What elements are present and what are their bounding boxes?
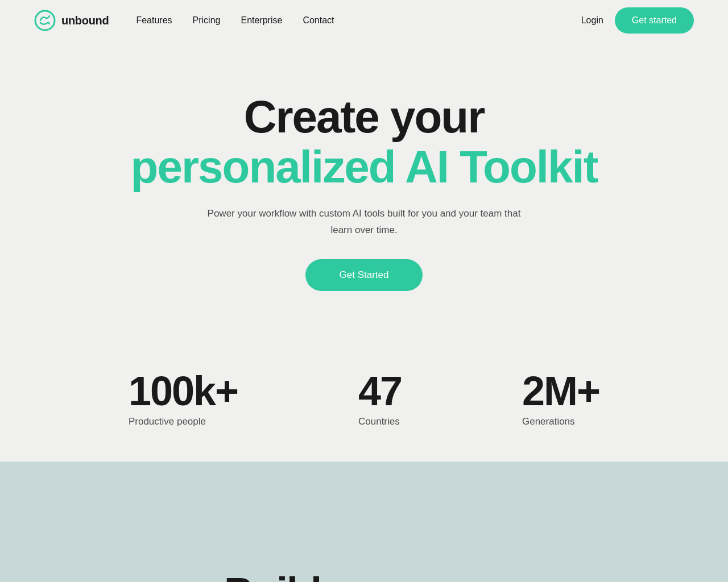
- navbar: unbound Features Pricing Enterprise Cont…: [0, 0, 728, 41]
- stat-number-generations: 2M+: [522, 371, 599, 411]
- nav-item-features[interactable]: Features: [136, 15, 172, 26]
- bottom-title: Build your own: [224, 570, 504, 582]
- login-button[interactable]: Login: [581, 15, 603, 26]
- hero-title-line1: Create your: [244, 92, 485, 142]
- stat-label-users: Productive people: [129, 416, 206, 427]
- nav-right: Login Get started: [581, 7, 694, 34]
- hero-subtitle: Power your workflow with custom AI tools…: [205, 206, 523, 239]
- nav-link-features[interactable]: Features: [136, 15, 172, 25]
- nav-item-contact[interactable]: Contact: [303, 15, 334, 26]
- hero-title-line2: personalized AI Toolkit: [131, 142, 598, 192]
- hero-heading: Create your personalized AI Toolkit: [131, 92, 598, 192]
- nav-left: unbound Features Pricing Enterprise Cont…: [34, 10, 334, 31]
- stat-number-countries: 47: [358, 371, 402, 411]
- stat-number-users: 100k+: [129, 371, 238, 411]
- nav-link-pricing[interactable]: Pricing: [193, 15, 221, 25]
- stat-label-generations: Generations: [522, 416, 575, 427]
- svg-point-0: [35, 11, 55, 30]
- stat-item-generations: 2M+ Generations: [522, 371, 599, 427]
- logo-text: unbound: [61, 14, 109, 27]
- stat-item-users: 100k+ Productive people: [129, 371, 238, 427]
- logo-icon: [34, 10, 56, 31]
- stat-item-countries: 47 Countries: [358, 371, 402, 427]
- stat-label-countries: Countries: [358, 416, 400, 427]
- get-started-nav-button[interactable]: Get started: [615, 7, 694, 34]
- nav-item-enterprise[interactable]: Enterprise: [241, 15, 282, 26]
- nav-links: Features Pricing Enterprise Contact: [136, 15, 334, 26]
- nav-link-enterprise[interactable]: Enterprise: [241, 15, 282, 25]
- bottom-section: Build your own: [0, 462, 728, 582]
- logo[interactable]: unbound: [34, 10, 109, 31]
- hero-section: Create your personalized AI Toolkit Powe…: [0, 41, 728, 336]
- stats-section: 100k+ Productive people 47 Countries 2M+…: [0, 336, 728, 462]
- nav-item-pricing[interactable]: Pricing: [193, 15, 221, 26]
- hero-cta-button[interactable]: Get Started: [305, 259, 423, 291]
- nav-link-contact[interactable]: Contact: [303, 15, 334, 25]
